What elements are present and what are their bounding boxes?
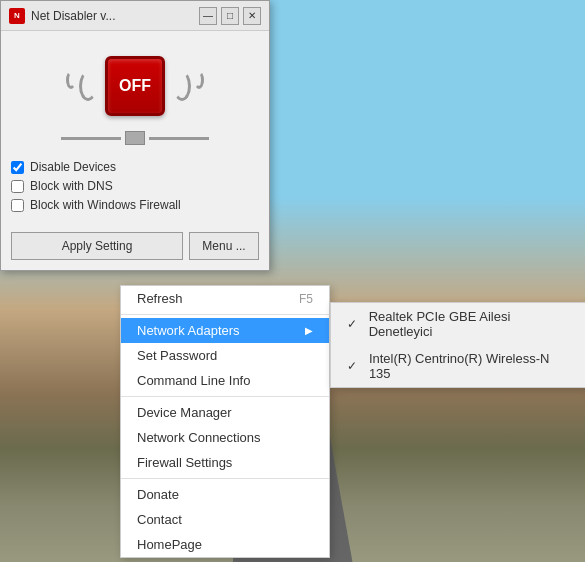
- menu-item-homepage-label: HomePage: [137, 537, 202, 552]
- menu-item-command-line[interactable]: Command Line Info: [121, 368, 329, 393]
- menu-item-set-password[interactable]: Set Password: [121, 343, 329, 368]
- antenna-line-left: [61, 137, 121, 140]
- menu-button[interactable]: Menu ...: [189, 232, 259, 260]
- menu-item-donate-label: Donate: [137, 487, 179, 502]
- menu-item-network-adapters-label: Network Adapters: [137, 323, 240, 338]
- wave-arc-small-left: [66, 71, 76, 89]
- intel-checkmark-icon: ✓: [347, 359, 361, 373]
- network-adapters-arrow-icon: ▶: [305, 325, 313, 336]
- off-button[interactable]: OFF: [105, 56, 165, 116]
- wave-arc-large-right: [173, 71, 191, 101]
- separator-1: [121, 314, 329, 315]
- antenna-line-right: [149, 137, 209, 140]
- block-dns-label: Block with DNS: [30, 179, 113, 193]
- network-adapters-submenu: ✓ Realtek PCIe GBE Ailesi Denetleyici ✓ …: [330, 302, 585, 388]
- menu-item-firewall-settings[interactable]: Firewall Settings: [121, 450, 329, 475]
- realtek-checkmark-icon: ✓: [347, 317, 361, 331]
- app-body: OFF Disable Devices Block with DNS: [1, 31, 269, 270]
- menu-item-contact-label: Contact: [137, 512, 182, 527]
- menu-item-refresh-shortcut: F5: [299, 292, 313, 306]
- disable-devices-label: Disable Devices: [30, 160, 116, 174]
- menu-item-refresh-label: Refresh: [137, 291, 183, 306]
- close-button[interactable]: ✕: [243, 7, 261, 25]
- menu-item-network-connections[interactable]: Network Connections: [121, 425, 329, 450]
- maximize-button[interactable]: □: [221, 7, 239, 25]
- wifi-area: OFF: [11, 41, 259, 126]
- app-window: N Net Disabler v... — □ ✕ OFF: [0, 0, 270, 271]
- menu-item-set-password-label: Set Password: [137, 348, 217, 363]
- title-bar: N Net Disabler v... — □ ✕: [1, 1, 269, 31]
- submenu-item-intel-label: Intel(R) Centrino(R) Wireless-N 135: [369, 351, 573, 381]
- menu-item-homepage[interactable]: HomePage: [121, 532, 329, 557]
- app-icon: N: [9, 8, 25, 24]
- submenu-item-realtek-label: Realtek PCIe GBE Ailesi Denetleyici: [369, 309, 573, 339]
- block-dns-checkbox[interactable]: [11, 180, 24, 193]
- wave-arc-small-right: [194, 71, 204, 89]
- antenna-area: [11, 131, 259, 145]
- menu-item-command-line-label: Command Line Info: [137, 373, 250, 388]
- menu-item-network-connections-label: Network Connections: [137, 430, 261, 445]
- wave-arc-large-left: [79, 71, 97, 101]
- submenu-item-intel[interactable]: ✓ Intel(R) Centrino(R) Wireless-N 135: [331, 345, 585, 387]
- wifi-waves-left: [66, 71, 97, 101]
- minimize-button[interactable]: —: [199, 7, 217, 25]
- separator-2: [121, 396, 329, 397]
- separator-3: [121, 478, 329, 479]
- block-firewall-checkbox[interactable]: [11, 199, 24, 212]
- menu-item-device-manager[interactable]: Device Manager: [121, 400, 329, 425]
- button-row: Apply Setting Menu ...: [11, 232, 259, 260]
- menu-item-device-manager-label: Device Manager: [137, 405, 232, 420]
- apply-button[interactable]: Apply Setting: [11, 232, 183, 260]
- checkboxes: Disable Devices Block with DNS Block wit…: [11, 155, 259, 222]
- app-title: Net Disabler v...: [31, 9, 199, 23]
- checkbox-block-dns: Block with DNS: [11, 179, 259, 193]
- disable-devices-checkbox[interactable]: [11, 161, 24, 174]
- menu-item-refresh[interactable]: Refresh F5: [121, 286, 329, 311]
- menu-item-firewall-settings-label: Firewall Settings: [137, 455, 232, 470]
- checkbox-block-firewall: Block with Windows Firewall: [11, 198, 259, 212]
- menu-item-network-adapters[interactable]: Network Adapters ▶: [121, 318, 329, 343]
- menu-item-donate[interactable]: Donate: [121, 482, 329, 507]
- antenna-box: [125, 131, 145, 145]
- wifi-waves-right: [173, 71, 204, 101]
- menu-dropdown: Refresh F5 Network Adapters ▶ Set Passwo…: [120, 285, 330, 558]
- menu-item-contact[interactable]: Contact: [121, 507, 329, 532]
- submenu-item-realtek[interactable]: ✓ Realtek PCIe GBE Ailesi Denetleyici: [331, 303, 585, 345]
- checkbox-disable-devices: Disable Devices: [11, 160, 259, 174]
- window-controls: — □ ✕: [199, 7, 261, 25]
- block-firewall-label: Block with Windows Firewall: [30, 198, 181, 212]
